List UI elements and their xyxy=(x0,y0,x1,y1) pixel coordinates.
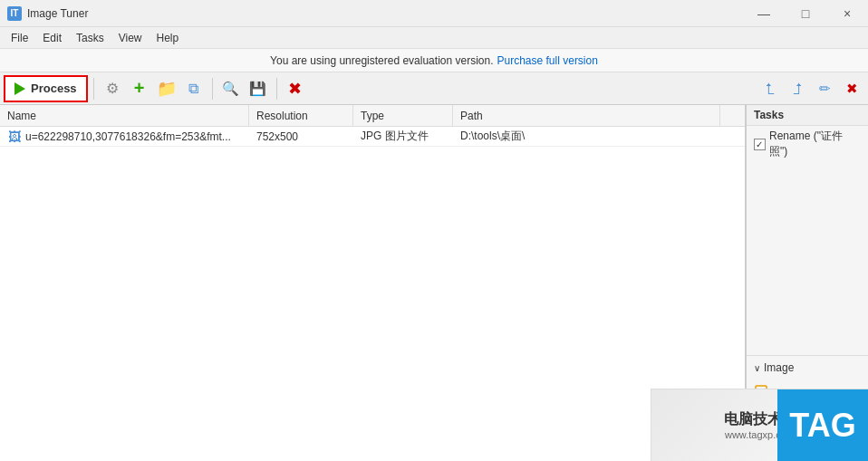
watermark-tag: TAG xyxy=(777,389,868,461)
toolbar-right: ⮤ ⮥ ✏ ✖ xyxy=(757,76,864,101)
menubar: File Edit Tasks View Help xyxy=(0,27,868,49)
copy-button[interactable]: ⧉ xyxy=(181,76,207,101)
close-right-button[interactable]: ✖ xyxy=(839,76,864,101)
process-label: Process xyxy=(31,82,77,95)
col-header-type: Type xyxy=(353,105,453,126)
file-icon: 🖼 xyxy=(7,130,22,144)
settings-button[interactable]: ⚙ xyxy=(100,76,125,101)
edit-button[interactable]: ✏ xyxy=(812,76,837,101)
add-button[interactable]: + xyxy=(127,76,152,101)
play-icon xyxy=(14,82,25,95)
chevron-icon: ∨ xyxy=(754,363,760,373)
menu-help[interactable]: Help xyxy=(149,30,187,46)
menu-file[interactable]: File xyxy=(4,30,35,46)
file-list-area: Name Resolution Type Path 🖼 u=622298710,… xyxy=(0,105,746,461)
watermark: 电脑技术网 www.tagxp.com TAG xyxy=(651,389,868,461)
col-header-resolution: Resolution xyxy=(249,105,353,126)
col-header-name: Name xyxy=(0,105,249,126)
file-resolution-cell: 752x500 xyxy=(249,130,353,143)
export-button[interactable]: ⮤ xyxy=(757,76,783,101)
maximize-button[interactable]: □ xyxy=(785,0,826,27)
app-title: Image Tuner xyxy=(27,7,88,20)
delete-button[interactable]: ✖ xyxy=(283,76,308,101)
close-button[interactable]: × xyxy=(826,0,868,27)
notification-text: You are using unregistered evaluation ve… xyxy=(270,54,493,67)
file-type-cell: JPG 图片文件 xyxy=(353,129,453,144)
titlebar: IT Image Tuner — □ × xyxy=(0,0,868,27)
purchase-link[interactable]: Purchase full version xyxy=(497,54,598,67)
toolbar-separator-3 xyxy=(276,78,277,100)
file-path-cell: D:\tools\桌面\ xyxy=(453,129,720,144)
app-icon: IT xyxy=(7,6,22,21)
window-controls: — □ × xyxy=(743,0,868,27)
toolbar-separator-2 xyxy=(212,78,213,100)
file-name-cell: 🖼 u=622298710,3077618326&fm=253&fmt... xyxy=(0,130,249,144)
minimize-button[interactable]: — xyxy=(743,0,785,27)
task-item-rename[interactable]: ✓ Rename ("证件照") xyxy=(747,126,868,162)
notification-bar: You are using unregistered evaluation ve… xyxy=(0,49,868,72)
right-panel-header: Tasks xyxy=(747,105,868,126)
process-button[interactable]: Process xyxy=(4,75,88,102)
toolbar: Process ⚙ + 📁 ⧉ 🔍 💾 ✖ ⮤ ⮥ ✏ ✖ xyxy=(0,72,868,105)
task-label-rename: Rename ("证件照") xyxy=(769,129,861,159)
image-section-label: Image xyxy=(764,361,794,374)
table-row[interactable]: 🖼 u=622298710,3077618326&fm=253&fmt... 7… xyxy=(0,127,745,147)
search-button[interactable]: 🔍 xyxy=(218,76,244,101)
col-header-path: Path xyxy=(453,105,720,126)
save-button[interactable]: 💾 xyxy=(246,76,271,101)
file-list-header: Name Resolution Type Path xyxy=(0,105,745,127)
menu-view[interactable]: View xyxy=(111,30,149,46)
add-folder-button[interactable]: 📁 xyxy=(154,76,179,101)
image-section-header[interactable]: ∨ Image xyxy=(747,356,868,379)
import-button[interactable]: ⮥ xyxy=(785,76,810,101)
task-checkbox-rename[interactable]: ✓ xyxy=(754,139,766,150)
toolbar-separator-1 xyxy=(93,78,94,100)
menu-edit[interactable]: Edit xyxy=(35,30,69,46)
menu-tasks[interactable]: Tasks xyxy=(69,30,111,46)
